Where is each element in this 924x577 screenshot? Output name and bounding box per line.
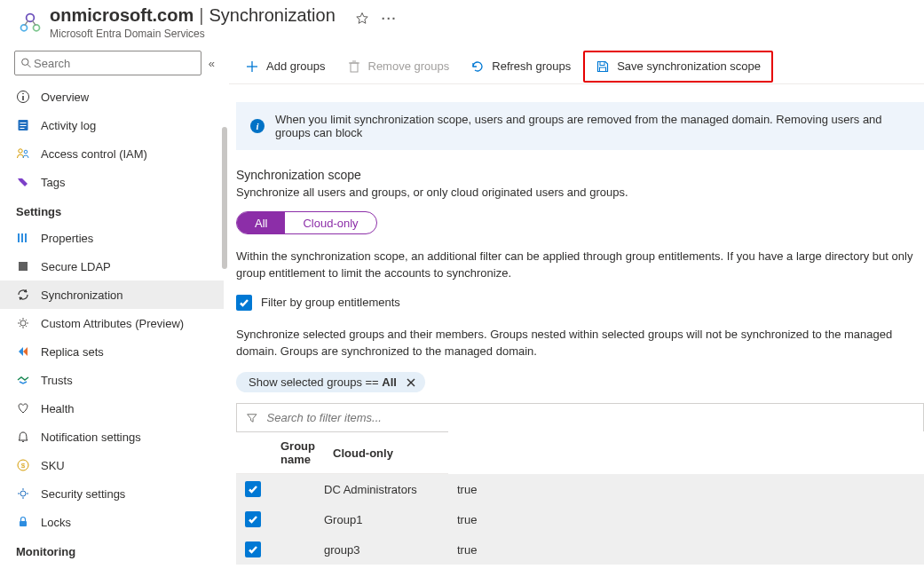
save-icon — [596, 59, 610, 74]
properties-icon — [16, 231, 30, 245]
row-group-name: group3 — [324, 534, 448, 565]
breadcrumb-page: Synchronization — [209, 5, 335, 26]
scope-toggle-cloud-only[interactable]: Cloud-only — [285, 212, 375, 233]
table-filter-input-wrapper[interactable] — [236, 403, 924, 431]
svg-text:$: $ — [21, 462, 26, 470]
check-icon — [248, 484, 258, 494]
sidebar-item-label: Custom Attributes (Preview) — [41, 317, 184, 330]
scope-toggle-all[interactable]: All — [237, 212, 285, 233]
handshake-icon — [16, 373, 30, 387]
svg-point-12 — [19, 149, 22, 153]
sku-icon: $ — [16, 458, 30, 472]
check-icon — [248, 544, 258, 555]
sidebar-item-custom-attributes[interactable]: Custom Attributes (Preview) — [0, 309, 224, 337]
sidebar-item-notification-settings[interactable]: Notification settings — [0, 423, 224, 451]
sidebar-item-sku[interactable]: $ SKU — [0, 451, 224, 479]
sidebar-item-label: Trusts — [41, 374, 73, 387]
sidebar-item-label: Health — [41, 402, 75, 415]
table-row[interactable]: group3true — [236, 534, 924, 565]
plus-icon — [245, 59, 259, 74]
sidebar-item-label: Activity log — [41, 119, 96, 132]
sidebar-item-label: Notification settings — [41, 431, 141, 444]
svg-point-0 — [27, 14, 35, 22]
sidebar-item-security-settings[interactable]: Security settings — [0, 479, 224, 508]
col-group-name[interactable]: Group name — [236, 432, 324, 474]
refresh-groups-button[interactable]: Refresh groups — [462, 52, 580, 81]
sidebar-item-locks[interactable]: Locks — [0, 508, 224, 536]
table-row[interactable]: Group1true — [236, 504, 924, 534]
sidebar-item-label: Locks — [41, 516, 71, 529]
scope-toggle: All Cloud-only — [236, 211, 377, 234]
sync-scope-title: Synchronization scope — [236, 168, 924, 182]
filter-icon — [246, 412, 258, 424]
sidebar-item-label: Replica sets — [41, 345, 104, 359]
sync-icon — [16, 288, 30, 302]
svg-point-3 — [22, 59, 28, 65]
svg-point-7 — [22, 93, 24, 95]
row-checkbox[interactable] — [245, 511, 261, 527]
sidebar-item-trusts[interactable]: Trusts — [0, 366, 224, 394]
sidebar-item-synchronization[interactable]: Synchronization — [0, 281, 224, 309]
collapse-sidebar-icon[interactable]: « — [209, 57, 215, 70]
row-cloud-only: true — [448, 534, 924, 565]
gear-icon — [16, 486, 30, 501]
filter-by-group-checkbox[interactable] — [236, 295, 252, 311]
svg-rect-11 — [20, 128, 25, 129]
filter-by-group-label: Filter by group entitlements — [261, 296, 400, 309]
breadcrumb-domain: onmicrosoft.com — [50, 5, 193, 26]
table-filter-input[interactable] — [265, 410, 914, 425]
sidebar-search-input[interactable] — [32, 56, 195, 71]
svg-rect-22 — [20, 521, 27, 526]
lock-icon — [16, 515, 30, 529]
sidebar-item-overview[interactable]: Overview — [0, 83, 224, 111]
sidebar-search[interactable] — [14, 51, 201, 75]
sidebar-item-properties[interactable]: Properties — [0, 224, 224, 252]
sidebar-item-secure-ldap[interactable]: Secure LDAP — [0, 252, 224, 281]
filter-chip[interactable]: Show selected groups == All — [236, 372, 425, 392]
svg-point-13 — [24, 150, 28, 154]
info-banner-text: When you limit synchronization scope, us… — [275, 113, 910, 139]
sidebar-item-replica-sets[interactable]: Replica sets — [0, 337, 224, 366]
save-sync-scope-button[interactable]: Save synchronization scope — [583, 51, 773, 83]
svg-rect-29 — [600, 67, 606, 72]
more-icon[interactable]: ··· — [382, 12, 398, 26]
svg-point-1 — [21, 25, 28, 31]
entra-domain-services-icon — [18, 11, 43, 36]
sidebar-item-tags[interactable]: Tags — [0, 168, 224, 196]
info-icon — [16, 90, 30, 104]
svg-rect-15 — [21, 233, 23, 242]
check-icon — [248, 514, 258, 525]
col-cloud-only[interactable]: Cloud-only — [324, 432, 448, 474]
row-cloud-only: true — [448, 504, 924, 534]
chip-remove-icon[interactable] — [406, 377, 416, 388]
check-icon — [239, 297, 249, 308]
sidebar-item-health[interactable]: Health — [0, 394, 224, 423]
sidebar-item-label: SKU — [41, 459, 65, 472]
svg-rect-17 — [19, 262, 28, 271]
sidebar-item-activity-log[interactable]: Activity log — [0, 111, 224, 139]
svg-rect-9 — [20, 123, 27, 123]
sidebar-item-label: Properties — [41, 232, 93, 245]
sidebar-item-label: Access control (IAM) — [41, 147, 147, 161]
log-icon — [16, 118, 30, 132]
sync-selected-description: Synchronize selected groups and their me… — [236, 327, 924, 360]
sidebar-item-label: Secure LDAP — [41, 260, 111, 273]
info-icon: i — [250, 119, 265, 133]
scope-filter-description: Within the synchronization scope, an add… — [236, 249, 924, 282]
svg-rect-10 — [20, 125, 27, 126]
sidebar-item-label: Security settings — [41, 487, 125, 501]
add-groups-button[interactable]: Add groups — [236, 52, 335, 81]
svg-line-4 — [28, 65, 30, 67]
sidebar-item-access-control[interactable]: Access control (IAM) — [0, 139, 224, 168]
row-checkbox[interactable] — [245, 541, 261, 557]
search-icon — [20, 57, 32, 69]
row-group-name: DC Administrators — [324, 474, 448, 505]
sidebar-section-monitoring: Monitoring — [0, 536, 224, 564]
ldap-icon — [16, 259, 30, 273]
table-row[interactable]: DC Administratorstrue — [236, 474, 924, 505]
row-checkbox[interactable] — [245, 481, 261, 497]
favorite-star-icon[interactable] — [355, 12, 369, 26]
toolbar: Add groups Remove groups Refresh groups … — [229, 49, 924, 84]
sidebar-item-label: Tags — [41, 176, 65, 189]
sidebar-scrollbar-thumb[interactable] — [222, 127, 227, 269]
